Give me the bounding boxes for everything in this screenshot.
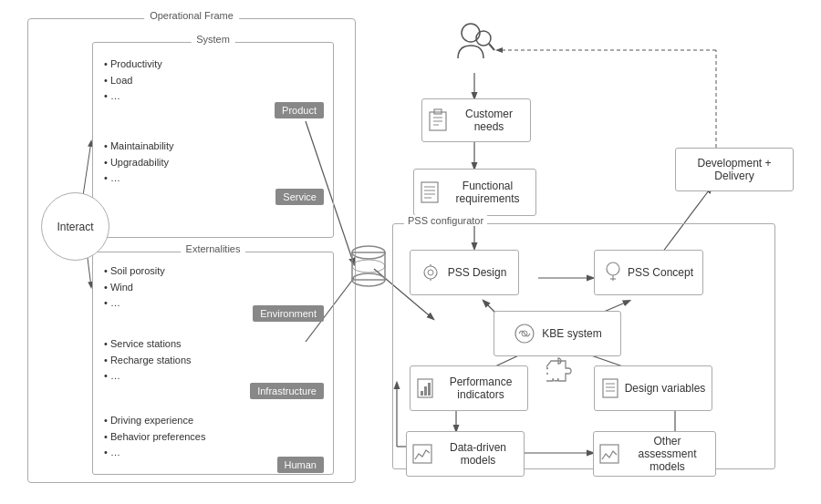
- customer-needs-label: Customer needs: [453, 108, 525, 133]
- infrastructure-bullets: • Service stations • Recharge stations •…: [104, 336, 192, 385]
- database-icon: [348, 243, 389, 291]
- performance-indicators-label: Performance indicators: [440, 375, 522, 401]
- data-driven-models-box: Data-driven models: [406, 431, 525, 477]
- svg-rect-55: [413, 445, 431, 463]
- pss-configurator-label: PSS configurator: [404, 215, 487, 226]
- service-bullets: • Maintainability • Upgradability • …: [104, 139, 174, 187]
- svg-point-39: [428, 270, 433, 275]
- interact-label: Interact: [57, 221, 93, 233]
- diagram-container: Operational Frame Interact System • Prod…: [0, 0, 821, 504]
- svg-point-38: [424, 266, 437, 279]
- pss-design-box: PSS Design: [410, 250, 519, 295]
- performance-indicators-box: Performance indicators: [410, 365, 528, 411]
- svg-rect-49: [424, 386, 427, 396]
- svg-point-24: [352, 260, 385, 273]
- pss-concept-box: PSS Concept: [594, 250, 703, 295]
- operational-frame-label: Operational Frame: [144, 10, 239, 21]
- svg-rect-48: [421, 391, 423, 396]
- svg-rect-50: [428, 383, 431, 396]
- customer-needs-box: Customer needs: [421, 98, 531, 142]
- pss-design-label: PSS Design: [448, 266, 507, 279]
- data-driven-models-label: Data-driven models: [438, 441, 518, 467]
- functional-requirements-box: Functional requirements: [413, 169, 536, 216]
- design-variables-box: Design variables: [594, 365, 712, 411]
- externalities-label: Externalities: [181, 243, 246, 254]
- environment-bullets: • Soil porosity • Wind • …: [104, 263, 165, 312]
- person-icon: [451, 20, 498, 70]
- externalities-box: Externalities • Soil porosity • Wind • ……: [92, 252, 334, 475]
- interact-circle: Interact: [41, 192, 109, 261]
- svg-rect-51: [603, 379, 618, 397]
- infrastructure-label: Infrastructure: [250, 383, 324, 399]
- system-label: System: [191, 34, 235, 45]
- kbe-system-box: KBE system: [494, 311, 621, 356]
- product-bullets: • Productivity • Load • …: [104, 57, 162, 105]
- environment-label: Environment: [253, 305, 324, 322]
- human-bullets: • Driving experience • Behavior preferen…: [104, 413, 205, 461]
- product-label: Product: [275, 102, 324, 118]
- other-assessment-models-label: Other assessment models: [625, 435, 710, 473]
- development-delivery-label: Development + Delivery: [681, 157, 787, 182]
- puzzle-icon: [546, 356, 574, 384]
- kbe-system-label: KBE system: [542, 327, 601, 340]
- human-label: Human: [277, 457, 324, 473]
- svg-point-42: [607, 262, 619, 275]
- pss-concept-label: PSS Concept: [628, 266, 693, 279]
- design-variables-label: Design variables: [625, 382, 706, 395]
- svg-line-27: [489, 44, 494, 50]
- system-box: System • Productivity • Load • … Product…: [92, 42, 334, 238]
- functional-requirements-label: Functional requirements: [445, 180, 530, 205]
- svg-point-25: [462, 24, 480, 42]
- operational-frame: Operational Frame Interact System • Prod…: [27, 18, 356, 483]
- other-assessment-models-box: Other assessment models: [593, 431, 716, 477]
- development-delivery-box: Development + Delivery: [675, 148, 794, 191]
- service-label: Service: [275, 189, 324, 205]
- svg-rect-33: [421, 182, 438, 202]
